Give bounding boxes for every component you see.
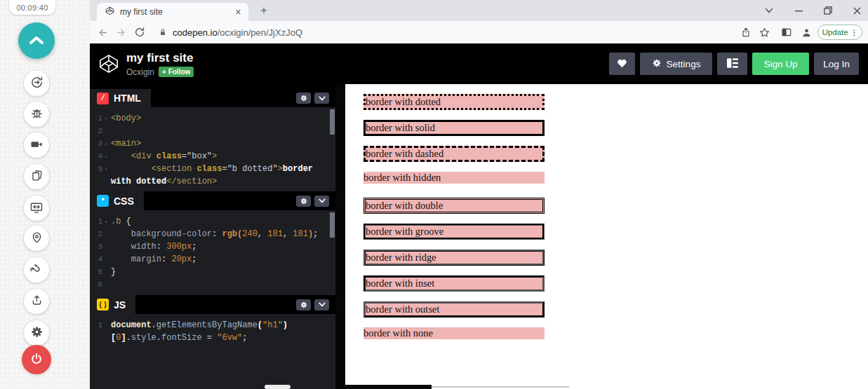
- html-settings-gear-button[interactable]: [296, 93, 311, 104]
- code-line[interactable]: 6: [90, 278, 335, 291]
- css-editor-label: CSS: [114, 196, 134, 207]
- recorder-settings-button[interactable]: [24, 320, 49, 346]
- log-in-label: Log In: [823, 59, 850, 69]
- preview-pane: border with dottedborder with solidborde…: [345, 84, 868, 389]
- upload-button[interactable]: [24, 289, 49, 314]
- html-editor-label: HTML: [114, 93, 141, 104]
- code-line[interactable]: 1▾.b {: [90, 215, 335, 228]
- code-line[interactable]: 5}: [90, 266, 335, 278]
- html-editor-header: / HTML: [90, 89, 335, 107]
- layout-icon: [727, 58, 738, 70]
- js-editor-label: JS: [114, 299, 126, 310]
- change-view-button[interactable]: [717, 53, 747, 75]
- address-bar[interactable]: codepen.io/ocxigin/pen/JjXzJoQ: [173, 21, 302, 43]
- copy-pages-button[interactable]: [24, 164, 49, 189]
- like-heart-button[interactable]: [609, 53, 635, 75]
- panel-resize-gutter[interactable]: [335, 84, 345, 389]
- html-code-area[interactable]: 1▾<body>23▾<main>4▾ <div class="box">5▾ …: [90, 107, 335, 191]
- bookmark-star-icon[interactable]: [757, 25, 771, 39]
- side-panel-icon[interactable]: [780, 25, 794, 39]
- preview-content: border with dottedborder with solidborde…: [345, 84, 868, 339]
- html-editor-tab[interactable]: / HTML: [90, 89, 151, 107]
- video-camera-button[interactable]: [24, 132, 49, 158]
- menu-dots-icon: ⋮: [851, 29, 858, 36]
- html-collapse-chevron-button[interactable]: [314, 93, 329, 104]
- js-code-area[interactable]: 1document.getElementsByTagName("h1")[0].…: [90, 314, 335, 389]
- recorder-rail: 00:09:40: [0, 0, 90, 389]
- follow-button[interactable]: + Follow: [159, 67, 194, 77]
- codepen-logo-icon[interactable]: [98, 53, 119, 77]
- collapse-button[interactable]: [18, 22, 55, 59]
- sign-up-button[interactable]: Sign Up: [752, 53, 809, 75]
- recording-timer: 00:09:40: [9, 0, 55, 15]
- preview-box-none: border with none: [363, 327, 545, 339]
- code-line[interactable]: 5▾ <section class="b dotted">border: [90, 163, 335, 175]
- codepen-favicon-icon: [105, 6, 114, 18]
- settings-button[interactable]: Settings: [640, 53, 712, 75]
- gear-icon: [30, 325, 44, 341]
- update-label: Update: [822, 28, 848, 36]
- code-line[interactable]: 2 background-color: rgb(240, 181, 181);: [90, 228, 335, 240]
- settings-gear-icon: [652, 58, 662, 70]
- share-icon[interactable]: [739, 25, 753, 39]
- js-settings-gear-button[interactable]: [296, 299, 311, 310]
- preview-box-hidden: border with hidden: [363, 172, 545, 184]
- js-editor-tab[interactable]: () JS: [90, 295, 135, 314]
- css-editor-header: * CSS: [90, 191, 335, 210]
- preview-box-inset: border with inset: [363, 275, 545, 292]
- sync-icon: [30, 76, 44, 91]
- css-code-area[interactable]: 1▾.b {2 background-color: rgb(240, 181, …: [90, 210, 335, 295]
- code-line[interactable]: 4▾ <div class="box">: [90, 150, 335, 163]
- video-camera-icon: [29, 137, 44, 153]
- preview-box-solid: border with solid: [363, 120, 545, 136]
- screen-size-button[interactable]: [24, 196, 49, 221]
- code-line[interactable]: 1document.getElementsByTagName("h1"): [90, 319, 335, 332]
- preview-bottom-shadow: [432, 386, 569, 388]
- lock-icon[interactable]: [156, 25, 170, 39]
- restore-button[interactable]: [818, 0, 838, 21]
- location-pin-button[interactable]: [24, 226, 49, 251]
- css-editor-tab[interactable]: * CSS: [90, 191, 144, 210]
- js-icon: (): [97, 299, 109, 310]
- new-tab-button[interactable]: +: [257, 4, 271, 18]
- chrome-update-button[interactable]: Update ⋮: [817, 25, 862, 40]
- js-editor-header: () JS: [90, 295, 335, 314]
- sync-button[interactable]: [24, 71, 49, 96]
- profile-avatar-icon[interactable]: [799, 25, 813, 39]
- html-scrollbar[interactable]: [330, 109, 335, 135]
- tab-title: my first site: [120, 7, 234, 17]
- upload-icon: [30, 294, 44, 309]
- tab-search-chevron-icon[interactable]: [759, 0, 779, 21]
- close-window-button[interactable]: [847, 0, 867, 21]
- code-line[interactable]: 1▾<body>: [90, 112, 335, 125]
- html-icon: /: [97, 93, 109, 104]
- code-line[interactable]: 3 width: 300px;: [90, 240, 335, 253]
- code-line[interactable]: 2: [90, 125, 335, 137]
- js-collapse-chevron-button[interactable]: [314, 299, 329, 310]
- log-in-button[interactable]: Log In: [814, 53, 859, 75]
- pen-author[interactable]: Ocxigin: [126, 67, 154, 77]
- css-icon: *: [97, 195, 109, 207]
- code-line[interactable]: [0].style.fontSize = "6vw";: [90, 332, 335, 344]
- back-button[interactable]: [95, 25, 109, 39]
- power-button[interactable]: [22, 345, 51, 374]
- minimize-button[interactable]: [789, 0, 808, 21]
- css-collapse-chevron-button[interactable]: [314, 196, 329, 207]
- magnet-button[interactable]: [24, 257, 49, 282]
- code-line[interactable]: 4 margin: 20px;: [90, 253, 335, 266]
- tab-close-icon[interactable]: ✕: [234, 7, 243, 18]
- css-scrollbar[interactable]: [330, 212, 335, 238]
- settings-label: Settings: [667, 59, 701, 69]
- console-bar-edge: [345, 385, 432, 389]
- js-horizontal-scrollbar[interactable]: [265, 385, 291, 389]
- browser-tab[interactable]: my first site ✕: [97, 3, 248, 21]
- forward-button[interactable]: [114, 25, 128, 39]
- pen-title: my first site: [126, 50, 194, 65]
- magnet-icon: [29, 262, 44, 278]
- code-line[interactable]: 3▾<main>: [90, 137, 335, 150]
- css-settings-gear-button[interactable]: [296, 196, 311, 207]
- code-line[interactable]: with dotted</section>: [90, 175, 335, 188]
- reload-button[interactable]: [133, 25, 147, 39]
- location-pin-icon: [30, 231, 44, 246]
- bug-report-button[interactable]: [24, 102, 49, 127]
